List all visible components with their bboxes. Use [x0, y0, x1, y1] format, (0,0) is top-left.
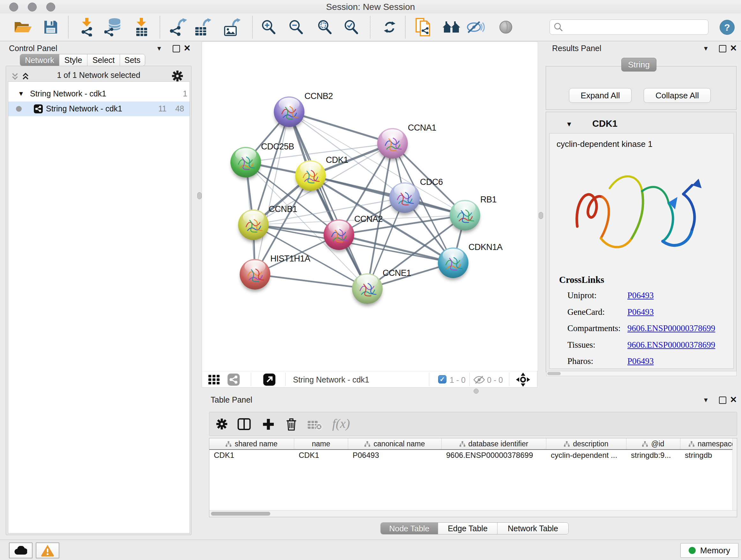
import-table-file-icon[interactable]: [135, 18, 149, 37]
eye-icon[interactable]: [499, 20, 513, 34]
import-network-database-icon[interactable]: [105, 18, 122, 37]
network-options-gear-icon[interactable]: [172, 70, 184, 82]
search-field[interactable]: [549, 19, 709, 35]
gene-name: CDK1: [592, 118, 617, 129]
search-input[interactable]: [566, 22, 708, 32]
tab-select[interactable]: Select: [87, 54, 120, 66]
delete-column-icon[interactable]: [286, 417, 297, 431]
crosslink-link[interactable]: P06493: [627, 356, 654, 366]
tab-network[interactable]: Network: [20, 54, 59, 66]
cell-name[interactable]: CDK1: [294, 450, 348, 461]
network-row-selected[interactable]: String Network - cdk1 11 48: [8, 102, 190, 116]
column-header-@id[interactable]: @id: [626, 438, 680, 449]
cell-@id[interactable]: stringdb:9...: [626, 450, 680, 461]
home-icon[interactable]: [443, 20, 461, 34]
import-network-file-icon[interactable]: [79, 18, 94, 37]
duplicate-network-icon[interactable]: [415, 18, 431, 37]
export-table-icon[interactable]: [195, 18, 211, 36]
cell-shared-name[interactable]: CDK1: [209, 450, 294, 461]
column-header-database-identifier[interactable]: database identifier: [442, 438, 546, 449]
cell-namespace[interactable]: stringdb: [680, 450, 737, 461]
node-CCNA1[interactable]: [377, 128, 408, 159]
table-vertical-scrollbar[interactable]: [732, 438, 737, 510]
grid-view-icon[interactable]: [208, 375, 220, 384]
node-CDC6[interactable]: [389, 182, 420, 213]
node-CCNB1[interactable]: [238, 209, 269, 240]
crosslink-link[interactable]: 9606.ENSP00000378699: [627, 340, 715, 350]
tab-network-table[interactable]: Network Table: [497, 523, 568, 534]
network-collection-row[interactable]: ▼ String Network - cdk1 1: [8, 87, 190, 102]
table-options-gear-icon[interactable]: [216, 418, 228, 430]
edge-CCNB2-HIST1H1A[interactable]: [255, 112, 289, 274]
column-header-name[interactable]: name: [294, 438, 348, 449]
crosslink-link[interactable]: P06493: [627, 307, 654, 317]
left-splitter-handle[interactable]: [197, 192, 202, 199]
cell-canonical-name[interactable]: P06493: [348, 450, 442, 461]
zoom-selected-icon[interactable]: [343, 19, 359, 35]
expand-all-button[interactable]: Expand All: [569, 88, 631, 103]
export-image-icon[interactable]: [224, 18, 241, 36]
results-panel-float-icon[interactable]: [719, 45, 726, 52]
control-panel-collapse-icon[interactable]: ▾: [157, 44, 161, 53]
hide-panel-eye-icon[interactable]: [466, 20, 485, 34]
tab-node-table[interactable]: Node Table: [381, 523, 438, 534]
node-CCNB2[interactable]: [274, 97, 305, 127]
open-in-window-icon[interactable]: [263, 374, 275, 386]
tab-sets[interactable]: Sets: [120, 54, 145, 66]
network-view-canvas[interactable]: CCNB2CCNA1CDC25BCDK1CDC6RB1CCNB1CCNA2CDK…: [202, 42, 538, 372]
birdseye-navigator-icon[interactable]: [516, 373, 530, 387]
edge-CCNB2-CCNA1[interactable]: [289, 112, 393, 143]
scrollbar-thumb[interactable]: [211, 512, 270, 516]
save-session-icon[interactable]: [44, 20, 58, 35]
node-RB1[interactable]: [450, 200, 480, 231]
cell-description[interactable]: cyclin-dependent ...: [546, 450, 626, 461]
zoom-out-icon[interactable]: [288, 19, 304, 35]
open-session-icon[interactable]: [14, 20, 32, 34]
node-CCNA2[interactable]: [324, 219, 354, 250]
control-panel-float-icon[interactable]: [173, 45, 180, 52]
collapse-all-button[interactable]: Collapse All: [644, 88, 711, 103]
node-CDK1[interactable]: [295, 160, 326, 191]
warning-status-button[interactable]: [36, 543, 59, 558]
column-header-shared-name[interactable]: shared name: [209, 438, 294, 449]
node-HIST1H1A[interactable]: [240, 259, 270, 290]
crosslink-link[interactable]: 9606.ENSP00000378699: [627, 323, 715, 333]
results-panel-close-icon[interactable]: ✕: [730, 43, 737, 53]
show-columns-icon[interactable]: [238, 418, 251, 430]
table-row[interactable]: CDK1CDK1P064939606.ENSP00000378699cyclin…: [209, 450, 737, 461]
node-CDKN1A[interactable]: [438, 247, 468, 278]
results-panel-collapse-icon[interactable]: ▾: [704, 44, 708, 53]
gene-section-collapse-icon[interactable]: ▼: [566, 120, 572, 128]
refresh-view-icon[interactable]: [383, 21, 396, 34]
help-button[interactable]: ?: [720, 20, 735, 35]
control-panel-close-icon[interactable]: ✕: [184, 43, 191, 53]
column-header-canonical-name[interactable]: canonical name: [348, 438, 442, 449]
right-splitter-handle[interactable]: [539, 212, 543, 219]
collection-expand-icon[interactable]: ▼: [18, 90, 24, 98]
export-network-icon[interactable]: [170, 18, 187, 36]
table-horizontal-scrollbar[interactable]: [209, 510, 737, 517]
panel-splitter-handle[interactable]: [474, 388, 479, 394]
zoom-fit-icon[interactable]: [317, 19, 333, 35]
cloud-status-button[interactable]: [9, 543, 32, 558]
tab-string[interactable]: String: [621, 58, 657, 71]
node-CDC25B[interactable]: [230, 147, 261, 178]
table-panel-collapse-icon[interactable]: ▾: [704, 395, 708, 404]
tab-edge-table[interactable]: Edge Table: [438, 523, 497, 534]
add-column-icon[interactable]: [262, 418, 274, 430]
table-panel-float-icon[interactable]: [719, 396, 726, 404]
results-panel-scrollbar[interactable]: [546, 371, 737, 376]
memory-button[interactable]: Memory: [680, 543, 738, 558]
zoom-in-icon[interactable]: [260, 19, 276, 35]
selected-checkbox-icon[interactable]: ✓: [438, 375, 447, 383]
table-panel-close-icon[interactable]: ✕: [730, 395, 737, 405]
node-CCNE1[interactable]: [352, 273, 383, 304]
tab-style[interactable]: Style: [59, 54, 87, 66]
column-header-description[interactable]: description: [546, 438, 626, 449]
cell-database-identifier[interactable]: 9606.ENSP00000378699: [442, 450, 546, 461]
edge-HIST1H1A-CCNE1[interactable]: [255, 274, 367, 289]
protein-structure-thumbnail: [300, 166, 321, 186]
column-header-namespace[interactable]: namespace: [680, 438, 737, 449]
string-network-badge-icon[interactable]: [227, 374, 240, 386]
crosslink-link[interactable]: P06493: [627, 291, 654, 300]
